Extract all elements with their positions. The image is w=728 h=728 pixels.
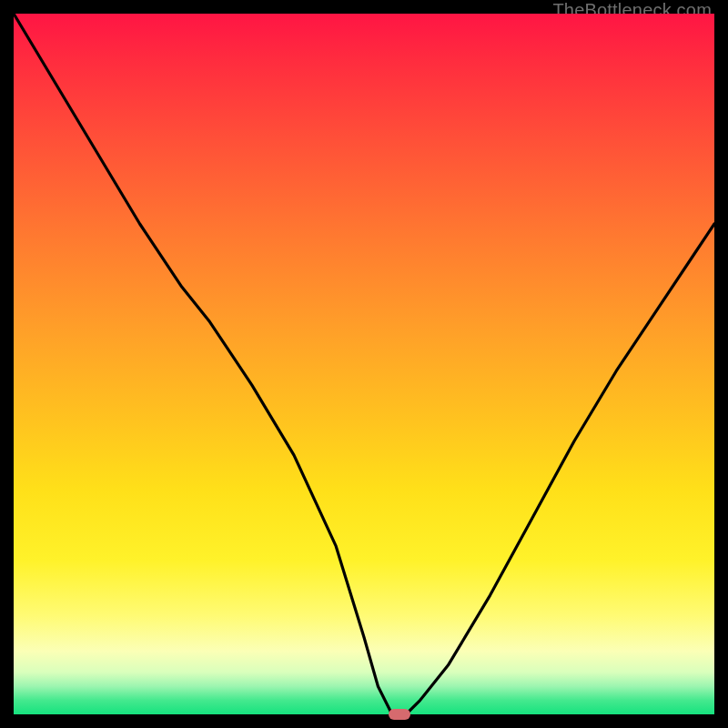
chart-frame: TheBottleneck.com [0, 0, 728, 728]
curve-path [14, 14, 714, 714]
bottleneck-curve [14, 14, 714, 714]
plot-area [14, 14, 714, 714]
optimal-marker [389, 709, 410, 720]
